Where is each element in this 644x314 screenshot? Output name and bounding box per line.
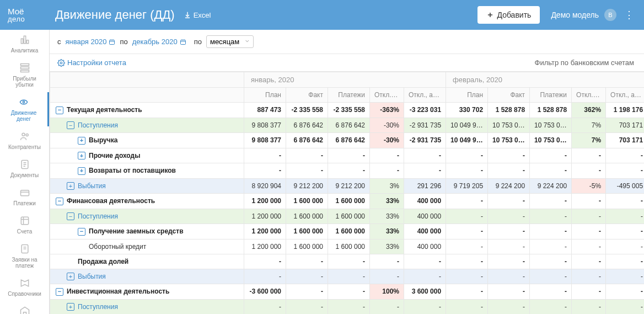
expand-toggle-icon[interactable]: +	[67, 273, 74, 280]
cell-value: -	[244, 148, 286, 163]
cell-value: -	[446, 299, 488, 314]
table-row: −Финансовая деятельность1 200 0001 600 0…	[50, 194, 645, 209]
cell-value: -	[404, 269, 446, 284]
cell-value: -	[404, 148, 446, 163]
cell-value: -	[606, 209, 644, 224]
cell-value: -	[606, 299, 644, 314]
cell-value: -	[572, 224, 606, 240]
row-label-text: Продажа долей	[78, 258, 128, 265]
cell-value: 7%	[572, 118, 606, 133]
report-settings-link[interactable]: Настройки отчета	[57, 58, 126, 67]
column-header: План	[446, 88, 488, 103]
row-label-text[interactable]: Поступления	[78, 303, 118, 311]
column-header: Платежи	[328, 88, 370, 103]
date-to-picker[interactable]: декабрь 2020	[132, 38, 186, 46]
sidebar-icon	[19, 62, 30, 73]
export-excel-label: Excel	[194, 11, 211, 19]
cell-value: -	[244, 163, 286, 179]
cell-value: 9 808 377	[244, 133, 286, 148]
expand-toggle-icon[interactable]: +	[78, 152, 85, 159]
cashflow-table-wrap[interactable]: январь, 2020февраль, 2020ПланФактПлатежи…	[50, 72, 644, 314]
expand-toggle-icon[interactable]: −	[78, 228, 85, 236]
cell-value: -	[446, 284, 488, 300]
cell-value: -	[370, 254, 404, 269]
table-row: +Выбытия----------	[50, 269, 645, 284]
sidebar-item-4[interactable]: Документы	[0, 155, 49, 183]
cell-value: 9 224 200	[530, 178, 572, 194]
sidebar-icon	[19, 159, 30, 170]
cell-value: 291 296	[404, 178, 446, 194]
sidebar-icon	[18, 97, 29, 108]
row-label-text[interactable]: Поступления	[78, 212, 118, 220]
cell-value: -3 600 000	[244, 284, 286, 300]
sidebar-item-label: Заявки наплатеж	[12, 257, 37, 269]
report-settings-label: Настройки отчета	[67, 58, 126, 67]
row-label-text[interactable]: Выбытия	[78, 182, 106, 190]
cell-value: -	[572, 209, 606, 224]
expand-toggle-icon[interactable]: +	[78, 137, 85, 145]
cell-value: -	[446, 148, 488, 163]
cell-value: -	[530, 163, 572, 179]
cell-value: 1 600 000	[286, 239, 328, 254]
sidebar-item-5[interactable]: Платежи	[0, 183, 49, 211]
sidebar-item-6[interactable]: Счета	[0, 211, 49, 239]
cell-value: 10 049 907	[446, 133, 488, 148]
expand-toggle-icon[interactable]: −	[56, 288, 63, 296]
cell-value: -	[244, 254, 286, 269]
expand-toggle-icon[interactable]: +	[67, 303, 74, 311]
expand-toggle-icon[interactable]: −	[56, 107, 63, 114]
brand-logo[interactable]: Моё дело	[8, 7, 52, 23]
sidebar-item-label: Движениеденег	[11, 110, 37, 122]
svg-point-0	[23, 101, 24, 103]
cell-value: -2 335 558	[286, 103, 328, 118]
sidebar-item-label: Прибылиубытки	[13, 76, 36, 88]
sidebar-item-1[interactable]: Прибылиубытки	[0, 58, 49, 92]
date-from-value: января 2020	[66, 38, 107, 46]
to-prefix: по	[120, 38, 127, 46]
column-header: Платежи	[530, 88, 572, 103]
kebab-menu-icon[interactable]: ⋮	[622, 9, 636, 21]
cell-value: -	[530, 299, 572, 314]
row-label-text: Инвестиционная деятельность	[67, 288, 169, 295]
cell-value: -	[606, 148, 644, 163]
export-excel-button[interactable]: Excel	[184, 11, 211, 19]
cell-value: -	[286, 269, 328, 284]
sidebar-item-7[interactable]: Заявки наплатеж	[0, 239, 49, 273]
svg-point-2	[26, 134, 28, 136]
sidebar-item-label: Документы	[10, 172, 39, 178]
expand-toggle-icon[interactable]: −	[67, 212, 74, 220]
column-header: Факт	[286, 88, 328, 103]
add-button[interactable]: Добавить	[477, 6, 540, 24]
period-select[interactable]: месяцам	[206, 35, 254, 48]
cell-value: -	[404, 254, 446, 269]
expand-toggle-icon[interactable]: −	[56, 198, 63, 205]
user-area[interactable]: Демо модель В ⋮	[551, 9, 636, 21]
sidebar-item-8[interactable]: Справочники	[0, 273, 49, 301]
cell-value: 887 473	[244, 103, 286, 118]
bank-filter-label[interactable]: Фильтр по банковским счетам	[535, 58, 636, 67]
sidebar: АналитикаПрибылиубыткиДвижениеденегКонтр…	[0, 30, 50, 314]
cell-value: -	[488, 239, 530, 254]
expand-toggle-icon[interactable]: +	[67, 182, 74, 190]
expand-toggle-icon[interactable]: −	[67, 121, 74, 129]
plus-icon	[486, 11, 494, 19]
cell-value: -	[404, 163, 446, 179]
table-row: Оборотный кредит1 200 0001 600 0001 600 …	[50, 239, 645, 254]
cell-value: 9 719 205	[446, 178, 488, 194]
sidebar-item-0[interactable]: Аналитика	[0, 30, 49, 58]
row-label-text[interactable]: Поступления	[78, 121, 118, 129]
date-from-picker[interactable]: января 2020	[66, 38, 116, 46]
brand-line2: дело	[8, 15, 52, 23]
sidebar-item-3[interactable]: Контрагенты	[0, 126, 49, 155]
cell-value: 362%	[572, 103, 606, 118]
cell-value: -	[328, 269, 370, 284]
row-label-text[interactable]: Выбытия	[78, 273, 106, 280]
cell-value: -	[530, 194, 572, 209]
cell-value: -	[572, 254, 606, 269]
cell-value: -	[606, 284, 644, 300]
cell-value: -	[488, 254, 530, 269]
expand-toggle-icon[interactable]: +	[78, 167, 85, 175]
sidebar-item-2[interactable]: Движениеденег	[0, 92, 49, 126]
sidebar-item-9[interactable]: Бухгалтерия	[0, 301, 49, 314]
cell-value: -	[328, 254, 370, 269]
